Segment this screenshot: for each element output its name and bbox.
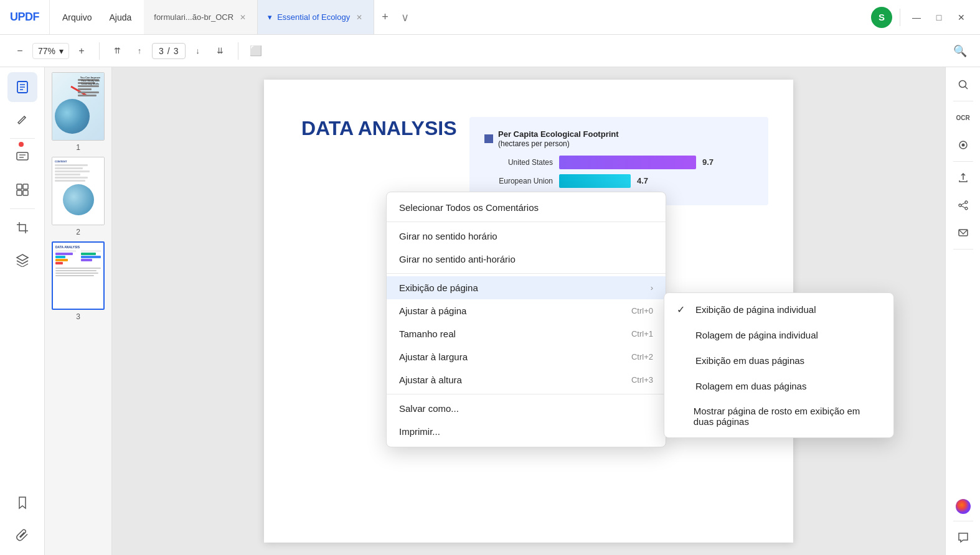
nav-last-button[interactable]: ⇊ — [210, 41, 230, 61]
minimize-button[interactable]: — — [908, 9, 925, 26]
svg-point-12 — [959, 81, 966, 88]
bar-val-us: 9.7 — [702, 157, 714, 167]
sidebar-item-crop[interactable] — [7, 213, 37, 243]
tab-ecology-close[interactable]: ✕ — [355, 12, 364, 23]
tab-ocr[interactable]: formulari...ão-br_OCR ✕ — [144, 0, 258, 34]
maximize-button[interactable]: □ — [930, 9, 948, 26]
chart-row-us: United States 9.7 — [484, 156, 753, 169]
app-logo[interactable]: UPDF — [0, 0, 50, 34]
main-content: DATA ANALYSIS Per Capita Ecological Foot… — [112, 67, 945, 555]
submenu-page-view: ✓ Exibição de página individual ✓ Rolage… — [664, 292, 894, 438]
zoom-display[interactable]: 77% ▾ — [32, 43, 69, 59]
thumbnail-2[interactable]: CONTENT 2 — [50, 157, 106, 236]
nav-next-button[interactable]: ↓ — [188, 41, 208, 61]
ctx-item-print[interactable]: Imprimir... — [387, 420, 666, 443]
chart-legend: Per Capita Ecological Footprint (hectare… — [484, 129, 753, 148]
zoom-out-button[interactable]: − — [10, 41, 30, 61]
right-sidebar-comment[interactable] — [951, 525, 976, 550]
sidebar-item-attach[interactable] — [7, 520, 37, 550]
check-icon-single: ✓ — [677, 304, 689, 315]
toolbar-right: 🔍 — [950, 41, 970, 61]
nav-first-button[interactable]: ⇈ — [107, 41, 127, 61]
svg-point-15 — [961, 144, 964, 147]
titlebar: UPDF Arquivo Ajuda formulari...ão-br_OCR… — [0, 0, 980, 35]
zoom-dropdown-icon: ▾ — [59, 46, 64, 56]
ctx-shortcut-fit-page: Ctrl+0 — [631, 306, 653, 315]
nav-prev-button[interactable]: ↑ — [130, 41, 149, 61]
ctx-item-select-all[interactable]: Selecionar Todos os Comentários — [387, 196, 666, 219]
chart-label-us: United States — [484, 158, 553, 167]
tab-ecology[interactable]: ▾ Essential of Ecology ✕ — [258, 0, 374, 34]
bar-us — [559, 156, 696, 169]
right-sidebar-reward[interactable] — [953, 496, 974, 517]
submenu-item-two-pages[interactable]: ✓ Exibição em duas páginas — [664, 348, 893, 373]
tab-add-button[interactable]: + — [374, 11, 396, 24]
svg-line-13 — [965, 86, 968, 89]
chart-label-eu: European Union — [484, 177, 553, 185]
sidebar-item-layers[interactable] — [7, 245, 37, 275]
sidebar-item-reader[interactable] — [7, 72, 37, 102]
ctx-item-fit-page[interactable]: Ajustar à página Ctrl+0 — [387, 299, 666, 322]
right-sidebar-ocr[interactable]: OCR — [951, 105, 976, 130]
ctx-label-print: Imprimir... — [399, 426, 440, 437]
svg-rect-4 — [17, 152, 28, 160]
right-sidebar-email[interactable] — [951, 220, 976, 245]
notification-dot — [19, 142, 24, 147]
sidebar-icon-wrapper — [7, 72, 37, 102]
sidebar-item-organize[interactable] — [7, 175, 37, 205]
tab-dropdown-icon: ▾ — [268, 12, 272, 22]
zoom-value: 77% — [38, 46, 55, 56]
submenu-item-cover-page[interactable]: ✓ Mostrar página de rosto em exibição em… — [664, 399, 893, 434]
sidebar-sep-2 — [10, 208, 35, 209]
submenu-item-single-page[interactable]: ✓ Exibição de página individual — [664, 297, 893, 322]
close-button[interactable]: ✕ — [953, 9, 970, 26]
tab-ocr-close[interactable]: ✕ — [238, 12, 247, 23]
right-sidebar-export[interactable] — [951, 166, 976, 190]
right-sep-1 — [953, 101, 973, 101]
toolbar: − 77% ▾ + ⇈ ↑ 3 / 3 ↓ ⇊ ⬜ 🔍 — [0, 35, 980, 67]
tabs-dropdown-button[interactable]: ∨ — [401, 11, 409, 24]
titlebar-controls: S — □ ✕ — [861, 7, 980, 28]
svg-point-22 — [956, 499, 971, 514]
menu-ajuda[interactable]: Ajuda — [101, 9, 139, 26]
submenu-label-two-pages: Exibição em duas páginas — [695, 355, 804, 366]
thumbnail-1[interactable]: You Can Improve Your Study and Learning … — [50, 72, 106, 152]
submenu-item-single-scroll[interactable]: ✓ Rolagem de página individual — [664, 322, 893, 348]
svg-rect-10 — [23, 190, 28, 195]
menu-arquivo[interactable]: Arquivo — [55, 9, 99, 26]
ctx-item-page-view[interactable]: Exibição de página › — [387, 276, 666, 299]
presentation-button[interactable]: ⬜ — [246, 41, 266, 61]
ctx-item-save-as[interactable]: Salvar como... — [387, 397, 666, 420]
ctx-item-fit-height[interactable]: Ajustar à altura Ctrl+3 — [387, 368, 666, 391]
ctx-item-actual-size[interactable]: Tamanho real Ctrl+1 — [387, 322, 666, 345]
ctx-sep-1 — [387, 222, 666, 222]
ctx-label-page-view: Exibição de página — [399, 282, 478, 293]
submenu-label-cover-page: Mostrar página de rosto em exibição em d… — [694, 406, 881, 427]
thumb-img-1: You Can Improve Your Study and Learning … — [52, 72, 105, 141]
tabs-area: formulari...ão-br_OCR ✕ ▾ Essential of E… — [144, 0, 861, 34]
legend-color-box — [484, 134, 493, 143]
zoom-controls: − 77% ▾ + — [10, 41, 92, 61]
search-button[interactable]: 🔍 — [950, 41, 970, 61]
tab-ocr-label: formulari...ão-br_OCR — [154, 12, 233, 22]
svg-rect-9 — [17, 190, 22, 195]
sidebar-item-edit[interactable] — [7, 105, 37, 134]
right-sidebar-share[interactable] — [951, 193, 976, 218]
right-sidebar-search[interactable] — [951, 72, 976, 97]
right-sidebar: OCR — [945, 67, 980, 555]
current-page[interactable]: 3 — [159, 46, 164, 56]
submenu-item-two-scroll[interactable]: ✓ Rolagem em duas páginas — [664, 373, 893, 399]
thumbnail-3[interactable]: DATA ANALYSIS — [50, 241, 106, 321]
user-avatar[interactable]: S — [871, 7, 892, 28]
ctx-item-fit-width[interactable]: Ajustar à largura Ctrl+2 — [387, 345, 666, 368]
ctx-shortcut-fit-height: Ctrl+3 — [631, 375, 653, 385]
sidebar-item-comments[interactable] — [7, 142, 37, 172]
thumb-label-1: 1 — [76, 143, 80, 152]
ctx-label-select-all: Selecionar Todos os Comentários — [399, 202, 539, 213]
ctx-label-actual-size: Tamanho real — [399, 329, 456, 339]
ctx-item-rotate-cw[interactable]: Girar no sentido horário — [387, 225, 666, 248]
right-sidebar-scan[interactable] — [951, 133, 976, 157]
sidebar-item-bookmark[interactable] — [7, 488, 37, 518]
zoom-in-button[interactable]: + — [72, 41, 92, 61]
ctx-item-rotate-ccw[interactable]: Girar no sentido anti-horário — [387, 248, 666, 271]
